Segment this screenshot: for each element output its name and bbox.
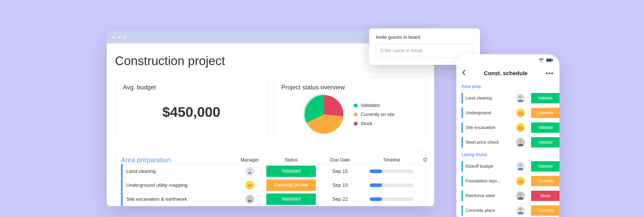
svg-point-14 — [519, 163, 522, 167]
manager-avatar[interactable] — [245, 195, 254, 204]
group-stripe — [461, 122, 463, 133]
timeline-fill — [370, 183, 382, 187]
legend-dot-icon — [354, 113, 358, 117]
pie-highlight — [303, 94, 345, 135]
phone-task-name: Foundation layo... — [466, 179, 514, 184]
traffic-light-max-icon[interactable] — [123, 36, 126, 39]
phone-task-name: Underground — [466, 110, 514, 115]
manager-avatar[interactable] — [245, 181, 254, 190]
phone-task-name: Concrete place — [466, 208, 514, 213]
pie-legend: Validated Currently on site Stuck — [354, 103, 394, 126]
invite-input[interactable] — [376, 44, 473, 58]
phone-status-pill[interactable]: Validate — [531, 137, 559, 148]
phone-status-pill[interactable]: Validate — [531, 122, 559, 133]
phone-list-item[interactable]: Site excavationValidate — [456, 120, 559, 135]
budget-card-title: Avg. budget — [123, 84, 260, 91]
timeline-bar[interactable] — [370, 183, 414, 187]
legend-dot-icon — [354, 122, 358, 126]
task-name[interactable]: Land clearing — [121, 164, 234, 178]
due-date[interactable]: Sep 22 — [317, 196, 363, 202]
col-timeline: Timeline — [363, 157, 420, 163]
more-button[interactable]: ••• — [546, 70, 554, 77]
timeline-fill — [370, 169, 382, 173]
phone-avatar[interactable] — [516, 191, 525, 200]
legend-label: Validated — [361, 103, 380, 108]
phone-task-name: Site excavation — [466, 125, 514, 130]
phone-list-item[interactable]: Reinforce steelStuck — [456, 188, 559, 203]
phone-avatar[interactable] — [516, 138, 525, 147]
manager-avatar[interactable] — [245, 167, 254, 176]
back-button[interactable] — [462, 69, 466, 77]
phone-list-item[interactable]: Kickoff budgetValidate — [456, 159, 559, 174]
tasks-table: Area preparation Manager Status Due Date… — [115, 151, 426, 206]
group-stripe — [461, 190, 463, 201]
group-stripe — [461, 93, 463, 104]
group-stripe — [461, 107, 463, 118]
phone-status-pill[interactable]: Validate — [531, 161, 559, 172]
traffic-light-min-icon[interactable] — [118, 36, 121, 39]
col-status: Status — [265, 157, 317, 163]
status-pill[interactable]: Currently on site — [266, 180, 316, 191]
group-stripe — [461, 161, 463, 172]
phone-list-item[interactable]: Concrete placeCurrently — [456, 203, 559, 217]
mobile-device: Const. schedule ••• Area prep.Land clear… — [456, 54, 559, 217]
table-row[interactable]: Site excavation & earthworkValidatedSep … — [121, 192, 420, 206]
phone-status-pill[interactable]: Currently — [531, 108, 559, 118]
budget-card: Avg. budget $450,000 — [115, 77, 268, 142]
timeline-bar[interactable] — [370, 197, 414, 201]
svg-point-1 — [249, 169, 251, 171]
svg-rect-7 — [552, 59, 553, 61]
status-pill[interactable]: Validated — [266, 166, 316, 177]
phone-task-name: Kickoff budget — [466, 164, 514, 169]
phone-status-pill[interactable]: Currently — [531, 176, 559, 186]
phone-avatar[interactable] — [516, 123, 525, 132]
phone-group-label[interactable]: Laying found. — [456, 150, 559, 159]
task-name[interactable]: Underground utility mapping — [121, 178, 234, 192]
group-name[interactable]: Area preparation — [121, 156, 234, 164]
status-pill[interactable]: Validated — [266, 193, 316, 205]
phone-list-item[interactable]: Land clearingValidate — [456, 91, 559, 105]
phone-list-item[interactable]: Steel price checkValidate — [456, 135, 559, 150]
legend-stuck: Stuck — [354, 121, 394, 126]
phone-avatar[interactable] — [516, 177, 525, 185]
legend-dot-icon — [354, 104, 358, 107]
phone-avatar[interactable] — [516, 162, 525, 171]
svg-point-18 — [519, 207, 522, 211]
plus-circle-icon — [423, 157, 428, 162]
phone-avatar[interactable] — [516, 206, 525, 215]
svg-rect-6 — [547, 59, 551, 61]
svg-point-13 — [519, 139, 522, 143]
task-name[interactable]: Site excavation & earthwork — [121, 192, 234, 206]
add-column-button[interactable] — [420, 157, 430, 164]
phone-status-pill[interactable]: Validate — [531, 93, 559, 103]
group-stripe — [461, 137, 463, 148]
table-row[interactable]: Land clearingValidatedSep 15 — [121, 164, 420, 178]
legend-validated: Validated — [354, 103, 394, 108]
due-date[interactable]: Sep 19 — [317, 182, 363, 188]
legend-label: Stuck — [361, 121, 372, 126]
traffic-light-close-icon[interactable] — [112, 36, 115, 39]
phone-list-item[interactable]: Foundation layo...Currently — [456, 174, 559, 188]
group-stripe — [461, 176, 463, 187]
pie-chart — [305, 95, 343, 134]
svg-point-3 — [249, 186, 251, 188]
budget-value: $450,000 — [123, 104, 260, 120]
overview-card: Project status overview Validated — [273, 77, 426, 142]
phone-status-pill[interactable]: Stuck — [531, 191, 559, 201]
timeline-bar[interactable] — [370, 169, 414, 173]
timeline-fill — [370, 197, 382, 201]
phone-list-item[interactable]: UndergroundCurrently — [456, 105, 559, 120]
legend-onsite: Currently on site — [354, 112, 394, 117]
chevron-left-icon — [462, 70, 466, 75]
svg-point-17 — [519, 192, 522, 196]
phone-avatar[interactable] — [516, 94, 525, 103]
svg-point-16 — [519, 183, 522, 185]
col-due: Due Date — [317, 157, 363, 163]
svg-point-10 — [519, 115, 522, 117]
phone-status-pill[interactable]: Currently — [531, 205, 559, 216]
phone-avatar[interactable] — [516, 109, 525, 117]
due-date[interactable]: Sep 15 — [317, 168, 363, 174]
svg-point-4 — [249, 197, 251, 199]
phone-group-label[interactable]: Area prep. — [456, 81, 559, 91]
table-row[interactable]: Underground utility mappingCurrently on … — [121, 178, 420, 192]
